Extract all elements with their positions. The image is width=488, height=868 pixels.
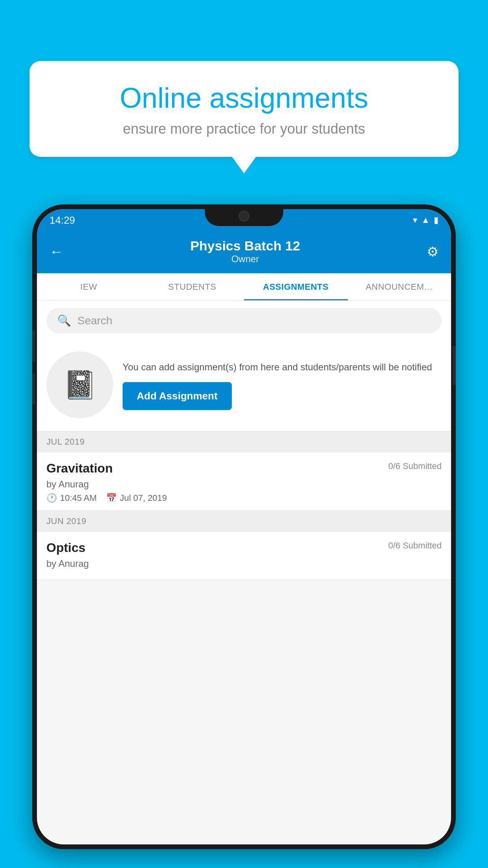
assignment-gravitation[interactable]: Gravitation 0/6 Submitted by Anurag 🕐 10… xyxy=(37,452,451,511)
battery-icon: ▮ xyxy=(434,215,438,225)
assignment-header: Gravitation 0/6 Submitted xyxy=(46,461,442,476)
phone-notch xyxy=(205,204,283,226)
assignment-date: 📅 Jul 07, 2019 xyxy=(106,493,167,503)
assignment-optics[interactable]: Optics 0/6 Submitted by Anurag xyxy=(37,532,451,580)
assignment-optics-header: Optics 0/6 Submitted xyxy=(46,541,442,555)
back-button[interactable]: ← xyxy=(50,243,64,260)
section-header-jun: JUN 2019 xyxy=(37,511,451,532)
signal-icon: ▲ xyxy=(421,215,430,225)
status-time: 14:29 xyxy=(50,214,75,226)
batch-title: Physics Batch 12 xyxy=(190,238,300,254)
section-header-jul: JUL 2019 xyxy=(37,431,451,452)
tab-announcements[interactable]: ANNOUNCEM… xyxy=(348,273,451,300)
settings-button[interactable]: ⚙ xyxy=(427,244,438,259)
header-center: Physics Batch 12 Owner xyxy=(190,238,300,265)
speech-bubble-container: Online assignments ensure more practice … xyxy=(29,61,459,157)
promo-description: You can add assignment(s) from here and … xyxy=(123,360,442,374)
date-value: Jul 07, 2019 xyxy=(120,493,167,503)
promo-right: You can add assignment(s) from here and … xyxy=(123,360,442,410)
search-bar-container: 🔍 Search xyxy=(37,301,451,340)
phone-frame: 14:29 ▾ ▲ ▮ ← Physics Batch 12 Owner ⚙ I… xyxy=(32,204,456,849)
volume-up-button xyxy=(32,330,35,362)
search-icon: 🔍 xyxy=(57,314,71,327)
assignment-optics-submitted: 0/6 Submitted xyxy=(388,541,442,551)
notebook-icon: 📓 xyxy=(63,369,97,401)
assignment-submitted: 0/6 Submitted xyxy=(388,461,442,471)
volume-down-button xyxy=(32,373,35,405)
time-value: 10:45 AM xyxy=(60,493,97,503)
app-header: ← Physics Batch 12 Owner ⚙ xyxy=(37,231,451,273)
assignment-promo: 📓 You can add assignment(s) from here an… xyxy=(37,340,451,431)
status-icons: ▾ ▲ ▮ xyxy=(413,215,438,225)
assignment-time: 🕐 10:45 AM xyxy=(46,493,97,503)
assignment-meta: 🕐 10:45 AM 📅 Jul 07, 2019 xyxy=(46,493,442,503)
speech-bubble-subtitle: ensure more practice for your students xyxy=(53,121,435,137)
add-assignment-button[interactable]: Add Assignment xyxy=(123,382,232,410)
assignment-optics-name: Optics xyxy=(46,541,86,555)
tab-bar: IEW STUDENTS ASSIGNMENTS ANNOUNCEM… xyxy=(37,273,451,301)
wifi-icon: ▾ xyxy=(413,215,417,225)
clock-icon: 🕐 xyxy=(46,493,57,503)
search-input[interactable]: Search xyxy=(77,314,112,327)
front-camera xyxy=(238,211,250,222)
assignment-author: by Anurag xyxy=(46,479,442,490)
assignment-name: Gravitation xyxy=(46,461,113,476)
speech-bubble: Online assignments ensure more practice … xyxy=(29,61,459,157)
search-bar[interactable]: 🔍 Search xyxy=(46,308,442,333)
assignment-optics-author: by Anurag xyxy=(46,558,442,569)
power-button xyxy=(453,346,456,385)
batch-role: Owner xyxy=(190,254,300,265)
calendar-icon: 📅 xyxy=(106,493,117,503)
tab-overview[interactable]: IEW xyxy=(37,273,141,300)
speech-bubble-title: Online assignments xyxy=(53,83,435,114)
tab-students[interactable]: STUDENTS xyxy=(141,273,244,300)
tab-assignments[interactable]: ASSIGNMENTS xyxy=(244,273,348,300)
phone-screen: 14:29 ▾ ▲ ▮ ← Physics Batch 12 Owner ⚙ I… xyxy=(37,209,451,844)
promo-icon: 📓 xyxy=(46,351,113,418)
